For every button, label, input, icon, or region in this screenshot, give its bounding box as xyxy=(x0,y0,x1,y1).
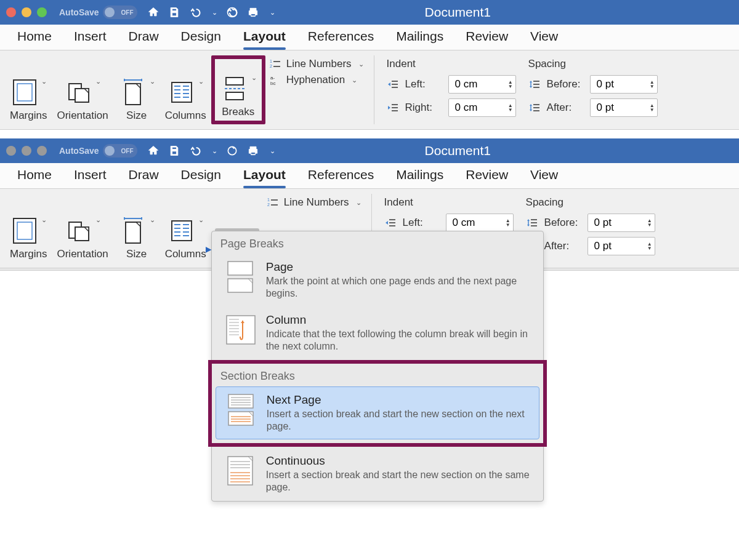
tab-view[interactable]: View xyxy=(519,24,569,50)
svg-rect-45 xyxy=(172,151,176,154)
tab-view[interactable]: View xyxy=(519,162,569,188)
highlight-section-breaks: Section Breaks ▶ Next PageInsert a secti… xyxy=(208,360,547,447)
ribbon-layout: ⌄ Margins ⌄ Orientation ⌄ Size xyxy=(0,50,739,130)
zoom-window-icon[interactable] xyxy=(37,7,47,17)
svg-rect-86 xyxy=(228,457,252,485)
menu-item-next-page[interactable]: ▶ Next PageInsert a section break and st… xyxy=(216,386,539,439)
spacing-after-label: After: xyxy=(547,102,584,114)
autosave-label: AutoSave xyxy=(59,7,99,17)
tab-design[interactable]: Design xyxy=(170,24,232,50)
save-icon[interactable] xyxy=(168,6,180,18)
tab-draw[interactable]: Draw xyxy=(118,24,170,50)
hyphenation-button[interactable]: a-bc Hyphenation⌄ xyxy=(269,74,364,86)
svg-rect-0 xyxy=(172,9,176,10)
tab-insert[interactable]: Insert xyxy=(63,24,118,50)
indent-left-label: Left: xyxy=(405,78,442,90)
indent-right-input[interactable]: 0 cm▲▼ xyxy=(448,98,516,117)
breaks-dropdown: Page Breaks ▶ PageMark the point at whic… xyxy=(211,231,544,502)
zoom-window-icon[interactable] xyxy=(37,146,47,156)
stepper-arrows-icon[interactable]: ▲▼ xyxy=(508,80,513,89)
titlebar: AutoSave OFF ⌄ ⌄ Document1 xyxy=(0,0,739,25)
chevron-down-icon: ⌄ xyxy=(95,78,101,86)
line-numbers-icon: 12 xyxy=(267,196,279,209)
continuous-break-icon xyxy=(224,454,257,487)
home-icon[interactable] xyxy=(147,6,160,18)
ribbon-tabs: Home Insert Draw Design Layout Reference… xyxy=(0,25,739,50)
spacing-before-label: Before: xyxy=(544,217,581,229)
tab-mailings[interactable]: Mailings xyxy=(385,162,454,188)
tab-home[interactable]: Home xyxy=(6,162,63,188)
line-numbers-button[interactable]: 12 Line Numbers⌄ xyxy=(269,58,364,70)
hyphenation-icon: a-bc xyxy=(269,74,281,86)
svg-rect-69 xyxy=(228,279,252,292)
menu-item-page[interactable]: ▶ PageMark the point at which one page e… xyxy=(216,254,539,306)
menu-item-column[interactable]: ColumnIndicate that the text following t… xyxy=(216,307,539,359)
autosave-toggle[interactable]: AutoSave OFF xyxy=(59,144,137,158)
line-numbers-button[interactable]: 12 Line Numbers⌄ xyxy=(267,196,361,209)
chevron-down-icon: ⌄ xyxy=(150,78,155,86)
tab-home[interactable]: Home xyxy=(6,24,63,50)
spacing-after-icon xyxy=(528,102,541,114)
margins-button[interactable]: ⌄ Margins xyxy=(9,214,48,263)
tab-review[interactable]: Review xyxy=(454,162,519,188)
menu-item-continuous[interactable]: ContinuousInsert a section break and sta… xyxy=(216,448,539,500)
indent-left-input[interactable]: 0 cm▲▼ xyxy=(448,75,516,94)
spacing-after-input[interactable]: 0 pt▲▼ xyxy=(590,98,658,117)
spacing-after-input[interactable]: 0 pt▲▼ xyxy=(588,237,655,255)
svg-text:bc: bc xyxy=(270,81,275,86)
chevron-down-icon: ⌄ xyxy=(198,78,204,86)
dropdown-section-section-breaks: Section Breaks xyxy=(212,364,543,385)
tab-layout[interactable]: Layout xyxy=(232,24,297,50)
spacing-before-input[interactable]: 0 pt▲▼ xyxy=(590,75,658,94)
tab-draw[interactable]: Draw xyxy=(118,162,170,188)
stepper-arrows-icon[interactable]: ▲▼ xyxy=(650,103,655,112)
tab-mailings[interactable]: Mailings xyxy=(385,24,454,50)
tab-review[interactable]: Review xyxy=(454,24,519,50)
line-numbers-icon: 12 xyxy=(269,58,281,70)
orientation-button[interactable]: ⌄ Orientation xyxy=(55,75,109,124)
tab-layout[interactable]: Layout xyxy=(232,162,297,188)
minimize-window-icon[interactable] xyxy=(22,7,31,17)
minimize-window-icon[interactable] xyxy=(22,146,31,156)
indent-left-icon xyxy=(384,217,397,229)
submenu-arrow-icon: ▶ xyxy=(206,245,211,254)
ribbon-layout: ⌄ Margins ⌄ Orientation ⌄ Size xyxy=(0,189,739,268)
svg-rect-77 xyxy=(228,394,253,408)
spacing-before-input[interactable]: 0 pt▲▼ xyxy=(588,214,655,232)
home-icon[interactable] xyxy=(147,145,160,157)
window-top: AutoSave OFF ⌄ ⌄ Document1 Home Insert D… xyxy=(0,0,739,130)
stepper-arrows-icon[interactable]: ▲▼ xyxy=(650,80,655,89)
tab-references[interactable]: References xyxy=(297,24,385,50)
indent-left-label: Left: xyxy=(403,217,440,229)
autosave-toggle[interactable]: AutoSave OFF xyxy=(59,6,137,19)
spacing-header: Spacing xyxy=(526,196,655,209)
columns-icon xyxy=(167,78,196,107)
margins-icon xyxy=(10,216,39,246)
svg-rect-55 xyxy=(126,222,140,243)
stepper-arrows-icon[interactable]: ▲▼ xyxy=(508,103,513,112)
stepper-arrows-icon[interactable]: ▲▼ xyxy=(647,218,652,227)
svg-text:1: 1 xyxy=(270,59,272,63)
columns-button[interactable]: ⌄ Columns xyxy=(164,214,208,263)
tab-design[interactable]: Design xyxy=(170,162,232,188)
tab-references[interactable]: References xyxy=(297,162,385,188)
chevron-down-icon: ⌄ xyxy=(358,60,364,68)
orientation-button[interactable]: ⌄ Orientation xyxy=(55,214,109,263)
svg-rect-11 xyxy=(126,84,140,105)
size-button[interactable]: ⌄ Size xyxy=(117,214,156,263)
size-button[interactable]: ⌄ Size xyxy=(117,75,156,124)
spacing-after-label: After: xyxy=(544,240,581,252)
tab-insert[interactable]: Insert xyxy=(63,162,118,188)
save-icon[interactable] xyxy=(168,145,180,157)
traffic-lights xyxy=(6,146,47,156)
close-window-icon[interactable] xyxy=(6,146,16,156)
indent-left-input[interactable]: 0 cm▲▼ xyxy=(446,214,514,232)
chevron-down-icon: ⌄ xyxy=(95,216,101,224)
breaks-button[interactable]: ⌄ Breaks xyxy=(219,71,258,121)
stepper-arrows-icon[interactable]: ▲▼ xyxy=(506,218,511,227)
close-window-icon[interactable] xyxy=(6,7,16,17)
columns-button[interactable]: ⌄ Columns xyxy=(164,75,208,124)
stepper-arrows-icon[interactable]: ▲▼ xyxy=(647,242,652,250)
margins-button[interactable]: ⌄ Margins xyxy=(9,75,48,124)
orientation-icon xyxy=(64,216,94,246)
